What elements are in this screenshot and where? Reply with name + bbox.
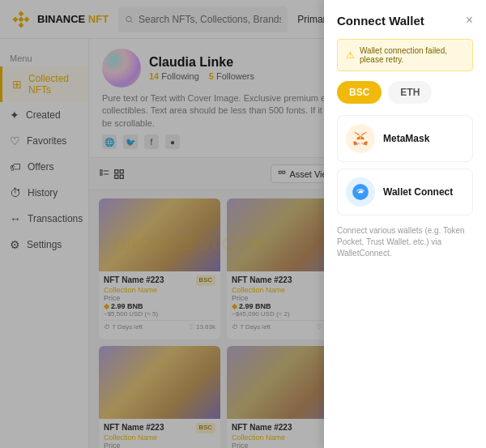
walletconnect-icon [352,183,369,201]
chain-tab-eth[interactable]: ETH [388,81,432,104]
connect-wallet-modal: Connect Wallet × ⚠ Wallet connection fai… [324,0,486,448]
svg-marker-18 [354,132,360,136]
metamask-icon-wrap [346,124,375,153]
wallet-connect-description: Connect various wallets (e.g. Token Pock… [337,225,473,259]
modal-header: Connect Wallet × [337,13,473,28]
svg-marker-21 [356,136,360,139]
svg-marker-23 [358,142,360,144]
chain-tabs: BSC ETH [337,81,473,104]
modal-title: Connect Wallet [337,14,424,28]
metamask-wallet-option[interactable]: MetaMask [337,115,473,162]
walletconnect-label: Wallet Connect [383,186,453,198]
walletconnect-icon-wrap [346,177,375,207]
modal-close-button[interactable]: × [466,13,473,28]
warning-text: Wallet connection failed, please retry. [360,46,464,64]
chain-tab-bsc[interactable]: BSC [337,81,382,104]
warning-banner: ⚠ Wallet connection failed, please retry… [337,39,473,71]
walletconnect-option[interactable]: Wallet Connect [337,169,473,215]
warning-icon: ⚠ [346,49,355,61]
svg-marker-17 [361,132,367,136]
svg-marker-24 [361,142,364,144]
metamask-label: MetaMask [383,133,429,144]
svg-marker-22 [361,136,364,139]
svg-marker-19 [363,142,368,145]
metamask-icon [352,130,369,147]
svg-marker-20 [353,142,358,145]
